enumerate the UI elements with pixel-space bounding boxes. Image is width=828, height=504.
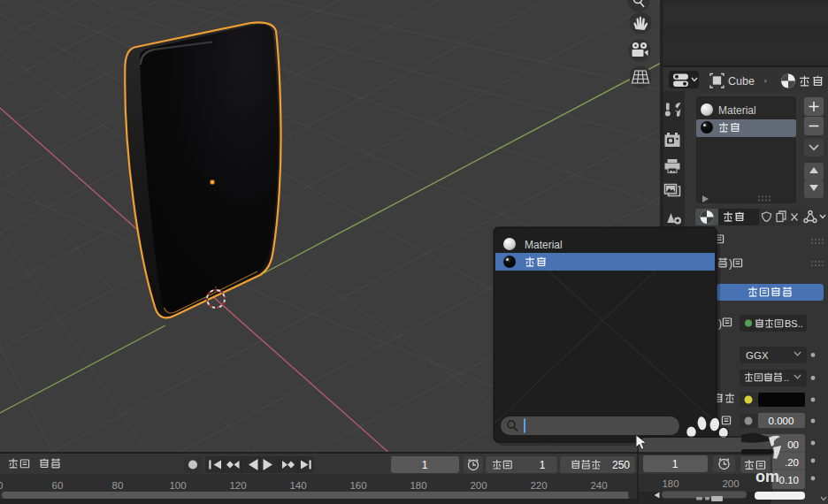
svg-text:200: 200: [722, 478, 739, 489]
svg-text:100: 100: [169, 480, 186, 491]
svg-text:.20: .20: [785, 457, 799, 468]
svg-text:om: om: [755, 468, 779, 485]
svg-text:180: 180: [662, 478, 678, 489]
svg-text:40: 40: [0, 480, 3, 491]
svg-text:120: 120: [229, 480, 246, 491]
svg-text:1: 1: [422, 459, 428, 471]
svg-text:160: 160: [349, 480, 366, 491]
svg-text:Material: Material: [525, 239, 563, 251]
svg-text:0.000: 0.000: [769, 416, 794, 426]
svg-text:80: 80: [112, 480, 124, 491]
svg-text:00: 00: [787, 439, 799, 450]
svg-text:180: 180: [410, 480, 426, 491]
svg-text:): ): [729, 257, 732, 270]
svg-text:200: 200: [470, 480, 487, 491]
svg-text:GGX: GGX: [746, 350, 769, 361]
svg-text:Cube: Cube: [728, 75, 755, 88]
svg-text:..: ..: [784, 372, 789, 383]
svg-text:1: 1: [540, 459, 546, 471]
svg-text:140: 140: [289, 480, 306, 491]
svg-text:240: 240: [590, 480, 607, 491]
svg-text:0.10: 0.10: [779, 475, 799, 485]
svg-text:220: 220: [530, 480, 547, 491]
svg-text:Material: Material: [718, 104, 756, 117]
svg-text:250: 250: [612, 459, 630, 471]
svg-text:60: 60: [52, 480, 64, 491]
svg-text:BS..: BS..: [785, 318, 803, 329]
svg-text:1: 1: [672, 458, 678, 470]
